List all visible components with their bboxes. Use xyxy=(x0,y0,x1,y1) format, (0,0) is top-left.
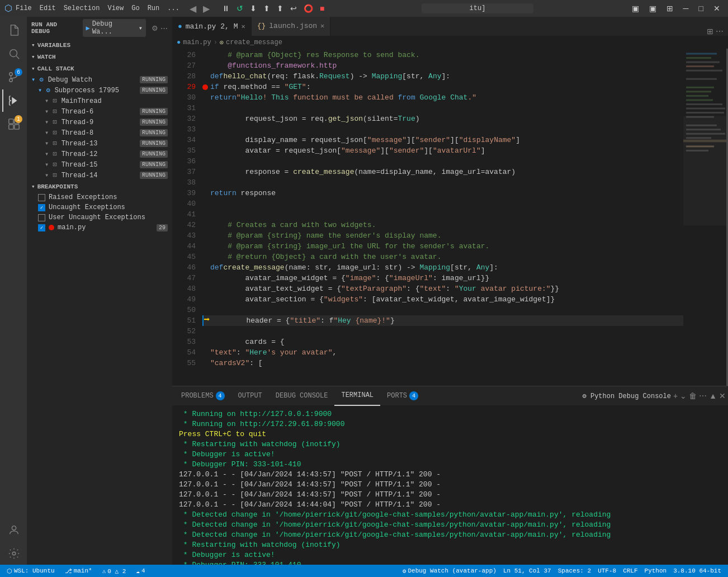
tab-main-py-close[interactable]: ✕ xyxy=(241,22,245,31)
menu-more[interactable]: ... xyxy=(167,4,179,12)
debug-pause-button[interactable]: ⏸ xyxy=(220,3,232,14)
callstack-item[interactable]: ▾ ⊡ Thread-8 RUNNING xyxy=(27,127,172,138)
callstack-item[interactable]: ▾ ⚙ Subprocess 17995 RUNNING xyxy=(27,85,172,96)
panel-add-button[interactable]: + xyxy=(673,391,678,400)
callstack-item[interactable]: ▾ ⊡ Thread-13 RUNNING xyxy=(27,138,172,149)
menu-file[interactable]: File xyxy=(16,4,32,12)
window-maximize[interactable]: □ xyxy=(696,3,707,14)
status-language[interactable]: Python xyxy=(642,567,669,575)
debug-restart-button[interactable]: ↺ xyxy=(234,3,245,14)
tab-split-button[interactable]: ⊞ xyxy=(707,27,713,36)
status-python-version[interactable]: 3.8.10 64-bit xyxy=(671,567,724,575)
callstack-item[interactable]: ▾ ⊡ Thread-14 RUNNING xyxy=(27,170,172,181)
callstack-item[interactable]: ▾ ⊡ Thread-9 RUNNING xyxy=(27,117,172,127)
window-close[interactable]: ✕ xyxy=(710,3,724,14)
status-position[interactable]: Ln 51, Col 37 xyxy=(501,567,554,575)
breadcrumb-symbol[interactable]: create_message xyxy=(226,39,282,46)
breakpoint-checkbox[interactable] xyxy=(38,214,45,221)
variables-header[interactable]: ▾ VARIABLES xyxy=(27,39,172,51)
debug-more-button[interactable]: ⋯ xyxy=(160,24,168,32)
status-sync[interactable]: ☁ 4 xyxy=(134,567,147,575)
status-eol[interactable]: CRLF xyxy=(621,567,640,575)
panel-terminal-label: TERMINAL xyxy=(341,391,374,399)
debug-continue-button[interactable]: ↩ xyxy=(288,3,299,14)
code-line: avatar_section = {"widgets": [avatar_tex… xyxy=(202,294,683,305)
callstack-item[interactable]: ▾ ⚙ Debug Watch RUNNING xyxy=(27,74,172,85)
activity-account[interactable] xyxy=(2,519,25,541)
panel-tab-ports[interactable]: PORTS 4 xyxy=(380,386,425,406)
callstack-header[interactable]: ▾ CALL STACK xyxy=(27,63,172,74)
debug-stop-button[interactable]: ⭕ xyxy=(301,3,315,14)
breakpoint-checkbox[interactable] xyxy=(38,194,45,201)
code-line: # Creates a card with two widgets. xyxy=(202,220,683,230)
activity-settings[interactable] xyxy=(2,542,25,565)
breakpoint-item[interactable]: Uncaught Exceptions xyxy=(27,202,172,212)
panel-tab-debug-console[interactable]: DEBUG CONSOLE xyxy=(269,386,335,406)
window-minimize[interactable]: ─ xyxy=(680,3,692,14)
status-debug[interactable]: ⚙ Debug Watch (avatar-app) xyxy=(400,567,499,575)
panel-trash-button[interactable]: 🗑 xyxy=(689,391,697,400)
window-controls-layout1[interactable]: ▣ xyxy=(628,3,642,14)
callstack-item[interactable]: ▾ ⊡ Thread-15 RUNNING xyxy=(27,159,172,170)
debug-step-in-button[interactable]: ⬆ xyxy=(261,3,272,14)
activity-explorer[interactable] xyxy=(2,19,25,41)
activity-extensions[interactable]: 1 xyxy=(2,113,25,135)
panel-more-button[interactable]: ⋯ xyxy=(699,391,707,400)
breakpoints-header[interactable]: ▾ BREAKPOINTS xyxy=(27,181,172,192)
menu-view[interactable]: View xyxy=(107,4,124,12)
menu-edit[interactable]: Edit xyxy=(40,4,56,12)
callstack-item[interactable]: ▾ ⊡ Thread-12 RUNNING xyxy=(27,149,172,159)
panel-tab-terminal[interactable]: TERMINAL xyxy=(334,386,380,406)
code-line: return "Hello! This function must be cal… xyxy=(202,92,683,103)
panel-expand-button[interactable]: ▲ xyxy=(709,391,717,400)
activity-source-control[interactable]: 6 xyxy=(2,66,25,88)
watch-header[interactable]: ▾ WATCH xyxy=(27,51,172,63)
menu-run[interactable]: Run xyxy=(148,4,160,12)
breakpoint-item[interactable]: User Uncaught Exceptions xyxy=(27,212,172,223)
tab-launch-json-label: launch.json xyxy=(269,22,317,30)
status-branch[interactable]: ⎇ main* xyxy=(63,567,94,575)
callstack-item[interactable]: ▾ ⊡ MainThread xyxy=(27,96,172,106)
callstack-item[interactable]: ▾ ⊡ Thread-6 RUNNING xyxy=(27,106,172,117)
nav-back-button[interactable]: ◀ xyxy=(187,2,198,15)
window-controls-layout2[interactable]: ▣ xyxy=(646,3,660,14)
status-encoding[interactable]: UTF-8 xyxy=(595,567,618,575)
activity-run-debug[interactable] xyxy=(2,89,25,112)
svg-point-0 xyxy=(10,50,17,57)
tab-main-py[interactable]: ● main.py 2, M ✕ xyxy=(172,17,252,36)
tab-more-button[interactable]: ⋯ xyxy=(716,27,724,36)
breadcrumb-file[interactable]: main.py xyxy=(183,39,211,46)
callstack-item-icon: ▾ ⊡ xyxy=(45,150,57,158)
nav-forward-button[interactable]: ▶ xyxy=(201,2,212,15)
callstack-item-icon: ▾ ⚙ xyxy=(38,86,50,94)
breakpoint-item[interactable]: Raised Exceptions xyxy=(27,192,172,202)
breakpoint-item[interactable]: main.py29 xyxy=(27,223,172,233)
status-errors[interactable]: ⚠ 0 △ 2 xyxy=(100,567,129,575)
search-bar[interactable]: itu] xyxy=(422,3,533,13)
status-wsl[interactable]: ⬡ WSL: Ubuntu xyxy=(4,567,57,575)
window-split[interactable]: ⊞ xyxy=(663,3,677,14)
panel-chevron-button[interactable]: ⌄ xyxy=(680,391,687,400)
debug-step-out-button[interactable]: ⬆ xyxy=(275,3,286,14)
tab-launch-json-close[interactable]: ✕ xyxy=(320,22,324,30)
breakpoints-chevron: ▾ xyxy=(31,183,35,190)
status-spaces[interactable]: Spaces: 2 xyxy=(556,567,593,575)
breakpoint-checkbox[interactable] xyxy=(38,224,45,231)
panel-close-button[interactable]: ✕ xyxy=(719,391,726,400)
debug-step-over-button[interactable]: ⬇ xyxy=(248,3,259,14)
debug-disconnect-button[interactable]: ■ xyxy=(318,3,327,14)
menu-go[interactable]: Go xyxy=(131,4,139,12)
debug-config-button[interactable]: ▶ Debug Wa... ▾ xyxy=(83,19,146,37)
tab-launch-json[interactable]: {} launch.json ✕ xyxy=(252,17,331,36)
menu-selection[interactable]: Selection xyxy=(64,4,100,12)
breakpoint-checkbox[interactable] xyxy=(38,204,45,211)
callstack-item-icon: ▾ ⚙ xyxy=(31,75,44,84)
panel-tab-problems[interactable]: PROBLEMS 4 xyxy=(174,386,231,406)
panel-tab-output[interactable]: OUTPUT xyxy=(231,386,269,406)
terminal-content[interactable]: * Running on http://127.0.0.1:9000 * Run… xyxy=(172,406,728,565)
code-line: avatar = request_json["message"]["sender… xyxy=(202,145,683,156)
line-number: 30 xyxy=(172,92,196,103)
code-area[interactable]: # @param {Object} res Response to send b… xyxy=(200,49,683,386)
debug-settings-button[interactable]: ⚙ xyxy=(152,24,158,32)
activity-search[interactable] xyxy=(2,42,25,65)
